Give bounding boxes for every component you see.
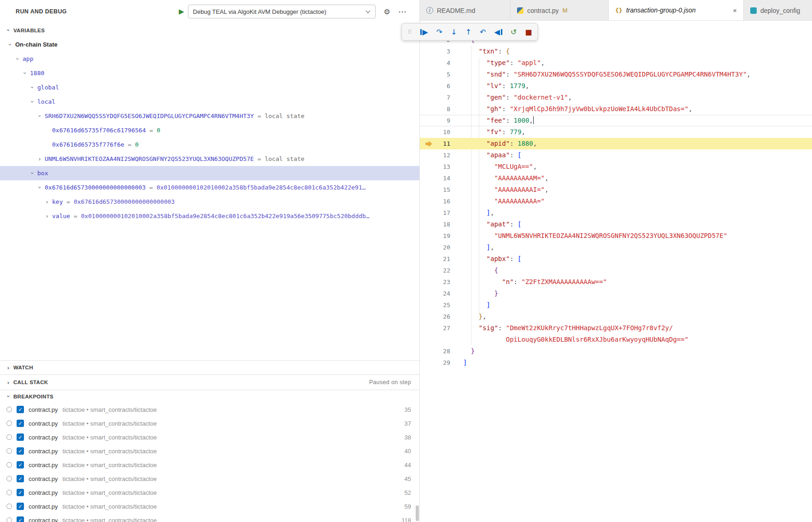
code-line[interactable]: 19 "UNML6W5NVHRIKTEOZAA4NI2SWQROSGNFNY2Q… bbox=[420, 230, 812, 242]
call-stack-section-header[interactable]: › CALL STACK Paused on step bbox=[0, 374, 419, 390]
breakpoint-row[interactable]: ✓contract.pytictactoe • smart_contracts/… bbox=[0, 430, 419, 444]
tree-item[interactable]: ›box bbox=[0, 166, 419, 180]
code-text: OpiLouqyG0kkEDLBNlsr6RxXJbu6arKwyoyqHUbN… bbox=[463, 334, 688, 345]
gear-icon[interactable]: ⚙ bbox=[384, 7, 390, 16]
code-line[interactable]: 23 "n": "Z2FtZXMAAAAAAAAAAw==" bbox=[420, 276, 812, 288]
more-actions-icon[interactable]: ··· bbox=[399, 8, 407, 16]
code-line[interactable]: 16 "AAAAAAAAAA=" bbox=[420, 196, 812, 207]
code-line[interactable]: 6 "lv": 1779, bbox=[420, 80, 812, 92]
breakpoint-row[interactable]: ✓contract.pytictactoe • smart_contracts/… bbox=[0, 472, 419, 486]
breakpoint-checkbox[interactable]: ✓ bbox=[17, 475, 24, 482]
breakpoint-row[interactable]: ✓contract.pytictactoe • smart_contracts/… bbox=[0, 403, 419, 416]
chevron-down-icon[interactable]: › bbox=[36, 113, 43, 120]
chevron-right-icon[interactable]: › bbox=[43, 213, 51, 219]
tab-deploy_config[interactable]: deploy_config bbox=[744, 0, 812, 21]
code-line[interactable]: OpiLouqyG0kkEDLBNlsr6RxXJbu6arKwyoyqHUbN… bbox=[420, 334, 812, 345]
code-line[interactable]: 13 "MCLUgA==", bbox=[420, 161, 812, 172]
breakpoint-row[interactable]: ✓contract.pytictactoe • smart_contracts/… bbox=[0, 499, 419, 513]
tree-item[interactable]: ›key = 0x67616d65730000000000000003 bbox=[0, 195, 419, 209]
chevron-right-icon[interactable]: › bbox=[43, 198, 51, 205]
code-line[interactable]: 12 "apaa": [ bbox=[420, 149, 812, 161]
code-line[interactable]: 15 "AAAAAAAAAI=", bbox=[420, 184, 812, 196]
code-line[interactable]: 28 } bbox=[420, 345, 812, 357]
code-line[interactable]: 3 "txn": { bbox=[420, 46, 812, 57]
breakpoint-row[interactable]: ✓contract.pytictactoe • smart_contracts/… bbox=[0, 416, 419, 430]
chevron-down-icon[interactable]: › bbox=[22, 70, 29, 77]
code-line[interactable]: 18 "apat": [ bbox=[420, 219, 812, 230]
close-icon[interactable]: × bbox=[733, 6, 737, 14]
tree-item[interactable]: ›UNML6W5NVHRIKTEOZAA4NI2SWQROSGNFNY2QS52… bbox=[0, 152, 419, 166]
tree-item[interactable]: ›app bbox=[0, 52, 419, 66]
tab-contract.py[interactable]: contract.pyM bbox=[511, 0, 609, 21]
code-line[interactable]: 10 "fv": 779, bbox=[420, 126, 812, 138]
tab-transaction-group-0.json[interactable]: {}transaction-group-0.json× bbox=[609, 0, 744, 21]
gutter-gap bbox=[450, 196, 463, 207]
chevron-down-icon[interactable]: › bbox=[7, 41, 14, 48]
breakpoint-checkbox[interactable]: ✓ bbox=[17, 489, 24, 496]
chevron-down-icon[interactable]: › bbox=[29, 98, 36, 106]
glyph-margin bbox=[420, 149, 434, 161]
code-line[interactable]: 4 "type": "appl", bbox=[420, 57, 812, 69]
drag-handle-icon[interactable]: ⠿ bbox=[407, 29, 412, 36]
sidebar-scrollbar[interactable] bbox=[416, 505, 419, 521]
code-line[interactable]: 7 "gen": "dockernet-v1", bbox=[420, 92, 812, 103]
tree-item[interactable]: ›0x67616d65730000000000000003 = 0x010000… bbox=[0, 180, 419, 195]
breakpoint-checkbox[interactable]: ✓ bbox=[17, 420, 24, 427]
tree-item[interactable]: ›1880 bbox=[0, 66, 419, 80]
chevron-down-icon[interactable]: › bbox=[14, 55, 21, 63]
tree-item[interactable]: 0x67616d65735f706c61796564 = 0 bbox=[0, 123, 419, 137]
variables-section-header[interactable]: › VARIABLES bbox=[0, 23, 419, 37]
step-back-icon[interactable]: ↶ bbox=[480, 28, 486, 36]
code-line[interactable]: 25 ] bbox=[420, 299, 812, 311]
tree-item[interactable]: ›value = 0x010000000102010002a358bf5bada… bbox=[0, 209, 419, 223]
code-line[interactable]: 22 { bbox=[420, 265, 812, 276]
tree-item[interactable]: ›local bbox=[0, 95, 419, 109]
breakpoint-row[interactable]: ✓contract.pytictactoe • smart_contracts/… bbox=[0, 486, 419, 499]
chevron-down-icon[interactable]: › bbox=[29, 84, 36, 91]
code-line[interactable]: 14 "AAAAAAAAAM=", bbox=[420, 172, 812, 184]
breakpoint-checkbox[interactable]: ✓ bbox=[17, 433, 24, 441]
tree-item[interactable]: 0x67616d65735f776f6e = 0 bbox=[0, 137, 419, 152]
start-debug-button[interactable]: ▶ bbox=[179, 7, 184, 16]
tree-item[interactable]: ›On-chain State bbox=[0, 37, 419, 52]
breakpoint-row[interactable]: ✓contract.pytictactoe • smart_contracts/… bbox=[0, 444, 419, 458]
step-into-icon[interactable]: ↓ bbox=[451, 28, 457, 36]
breakpoint-checkbox[interactable]: ✓ bbox=[17, 516, 24, 522]
breakpoint-checkbox[interactable]: ✓ bbox=[17, 447, 24, 455]
watch-section-header[interactable]: › WATCH bbox=[0, 360, 419, 374]
code-line[interactable]: 26 }, bbox=[420, 311, 812, 322]
restart-icon[interactable]: ↺ bbox=[511, 28, 517, 36]
code-line[interactable]: 9 "fee": 1000, bbox=[420, 115, 812, 126]
tab-README.md[interactable]: iREADME.md bbox=[420, 0, 511, 21]
code-line[interactable]: 27 "sig": "DmeWt2zKUkRryc7tHHHapwzLgqUX+… bbox=[420, 322, 812, 334]
breakpoint-checkbox[interactable]: ✓ bbox=[17, 461, 24, 469]
chevron-down-icon[interactable]: › bbox=[36, 184, 43, 191]
code-line[interactable]: 5 "snd": "SRH6D7XU2N6WQQ5SSYDQFG5ESO6JWE… bbox=[420, 69, 812, 80]
breakpoint-line-number: 44 bbox=[400, 462, 411, 469]
breakpoint-checkbox[interactable]: ✓ bbox=[17, 406, 24, 413]
code-line[interactable]: 20 ], bbox=[420, 242, 812, 253]
line-number: 29 bbox=[434, 357, 450, 368]
tree-item[interactable]: ›global bbox=[0, 80, 419, 95]
stop-icon[interactable]: ■ bbox=[525, 28, 532, 36]
code-line[interactable]: 24 } bbox=[420, 288, 812, 299]
reverse-continue-icon[interactable]: ◀ bbox=[494, 28, 502, 36]
chevron-right-icon[interactable]: › bbox=[36, 155, 43, 162]
step-over-icon[interactable]: ↷ bbox=[436, 28, 442, 36]
breakpoint-checkbox[interactable]: ✓ bbox=[17, 503, 24, 510]
breakpoint-row[interactable]: ✓contract.pytictactoe • smart_contracts/… bbox=[0, 513, 419, 522]
tab-bar: iREADME.mdcontract.pyM{}transaction-grou… bbox=[420, 0, 812, 21]
breakpoint-row[interactable]: ✓contract.pytictactoe • smart_contracts/… bbox=[0, 458, 419, 472]
code-line[interactable]: 29] bbox=[420, 357, 812, 368]
breakpoint-circle-icon bbox=[6, 448, 12, 454]
code-line[interactable]: 21 "apbx": [ bbox=[420, 253, 812, 265]
code-line[interactable]: 11 "apid": 1880, bbox=[420, 138, 812, 149]
code-line[interactable]: 17 ], bbox=[420, 207, 812, 219]
code-line[interactable]: 8 "gh": "XrjqMlCpJ6h9h7jyVw0bLvkpzUoWeIA… bbox=[420, 103, 812, 115]
tree-item[interactable]: ›SRH6D7XU2N6WQQ5SSYDQFG5ESO6JWEQIDPGLUGY… bbox=[0, 109, 419, 123]
step-out-icon[interactable]: ↑ bbox=[465, 28, 471, 36]
chevron-down-icon[interactable]: › bbox=[29, 170, 36, 177]
continue-icon[interactable]: ▶ bbox=[420, 28, 428, 36]
debug-config-dropdown[interactable]: Debug TEAL via AlgoKit AVM Debugger (tic… bbox=[188, 5, 376, 18]
breakpoints-section-header[interactable]: › BREAKPOINTS bbox=[0, 390, 419, 403]
